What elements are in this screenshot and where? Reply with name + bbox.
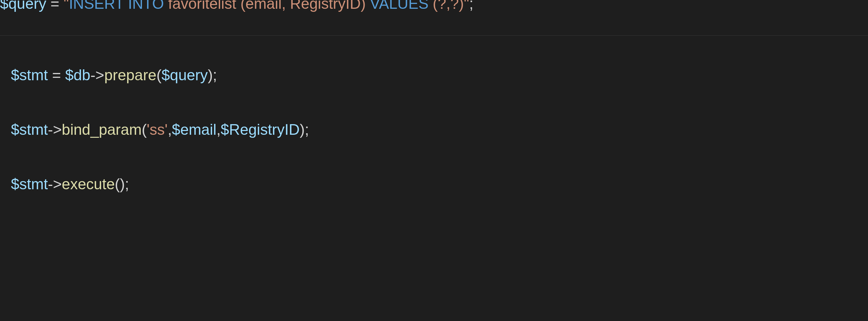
paren-close: ) [300,121,305,138]
code-lines-2-4: $stmt = $db->prepare($query); $stmt->bin… [11,66,868,193]
string-ss: 'ss' [147,121,168,138]
operator-arrow: -> [91,67,104,84]
code-block-top: $query = "INSERT INTO favoritelist (emai… [0,0,868,36]
variable-db: $db [65,67,90,84]
keyword-values: VALUES [370,0,429,12]
paren-close: ) [208,67,213,84]
code-block-bottom: $stmt = $db->prepare($query); $stmt->bin… [0,36,868,193]
operator-arrow: -> [48,121,62,138]
semicolon: ; [213,67,217,84]
variable-query-arg: $query [162,67,208,84]
comma: , [168,121,172,138]
variable-email: $email [172,121,216,138]
variable-stmt: $stmt [11,121,48,138]
paren-open: ( [142,121,147,138]
string-mid: favoritelist (email, RegistryID) [164,0,370,12]
function-prepare: prepare [104,67,156,84]
operator-arrow: -> [48,176,62,193]
operator-assign: = [46,0,64,12]
function-execute: execute [62,176,115,193]
variable-stmt: $stmt [11,176,48,193]
paren-close: ) [120,176,125,193]
variable-stmt: $stmt [11,67,48,84]
function-bind-param: bind_param [62,121,142,138]
string-close-quote: " [464,0,469,12]
paren-open: ( [115,176,120,193]
code-line-1: $query = "INSERT INTO favoritelist (emai… [0,0,473,13]
comma: , [216,121,221,138]
variable-query: $query [0,0,46,12]
keyword-insert-into: INSERT INTO [69,0,164,12]
paren-open: ( [156,67,162,84]
semicolon: ; [469,0,473,12]
variable-registry-id: $RegistryID [221,121,300,138]
operator-assign: = [48,67,65,84]
semicolon: ; [125,176,129,193]
semicolon: ; [305,121,309,138]
string-open-quote: " [64,0,69,12]
string-tail: (?,?) [429,0,464,12]
